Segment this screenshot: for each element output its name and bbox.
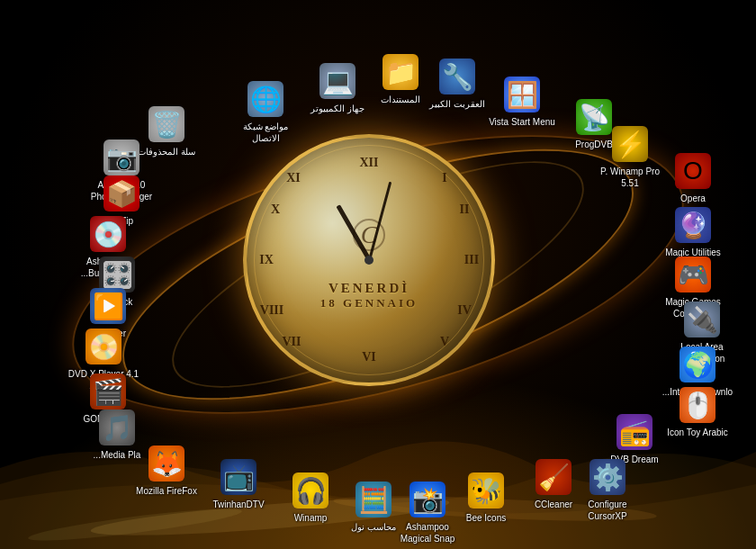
icons-layer: 🗑️سلة المحذوفات📷ACDSee 10 Photo Manager📦…	[0, 0, 756, 549]
desktop-icon-icontoy[interactable]: 🖱️Icon Toy Arabic	[662, 387, 734, 438]
icon-label-documents: المستندات	[381, 94, 420, 105]
icon-label-firefox: Mozilla FireFox	[136, 485, 197, 497]
icon-img-bsplayer: ▶️	[90, 288, 126, 324]
icon-img-computer: 💻	[320, 63, 356, 99]
icon-label-vista: Vista Start Menu	[489, 116, 555, 128]
icon-img-icontoy: 🖱️	[680, 387, 716, 423]
icon-img-ccleaner: 🧹	[536, 459, 572, 495]
icon-img-localnet: 🔌	[684, 302, 720, 338]
icon-label-winamp2: P. Winamp Pro 5.51	[594, 166, 666, 189]
desktop-icon-computer[interactable]: 💻جهاز الكمبيوتر	[302, 63, 374, 114]
desktop-icon-network[interactable]: 🌐مواضع شبكة الاتصال	[230, 81, 302, 144]
icon-img-acdsee: 📷	[104, 140, 140, 176]
icon-img-media: 🎵	[99, 410, 135, 446]
icon-img-configure: ⚙️	[590, 459, 626, 495]
icon-img-firefox: 🦊	[148, 446, 184, 482]
icon-img-bigfix: 🔧	[439, 58, 475, 94]
icon-label-opera: Opera	[680, 193, 706, 204]
icon-label-bigfix: العقربت الكبير	[429, 98, 485, 110]
icon-img-network: 🌐	[248, 81, 284, 117]
desktop-icon-bee[interactable]: 🐝Bee Icons	[450, 472, 522, 524]
icon-img-mohaseb: 🧮	[356, 482, 392, 518]
icon-img-internet: 🌍	[680, 346, 716, 382]
icon-label-mohaseb: محاسب نول	[351, 521, 396, 533]
icon-img-winamp2: ⚡	[612, 126, 648, 162]
desktop-icon-vista[interactable]: 🪟Vista Start Menu	[486, 76, 558, 128]
icon-img-gom: 🎬	[90, 374, 126, 410]
icon-img-avrack: 🎛️	[99, 256, 135, 292]
icon-img-ashsnap: 📸	[410, 482, 446, 518]
icon-img-documents: 📁	[382, 54, 418, 90]
desktop-icon-configure[interactable]: ⚙️Configure CursorXP	[572, 459, 644, 522]
icon-img-winamp: 🎧	[292, 472, 328, 508]
desktop-icon-twinhan[interactable]: 📺TwinhanDTV	[202, 459, 274, 510]
icon-label-ccleaner: CCleaner	[535, 499, 572, 510]
desktop-icon-firefox[interactable]: 🦊Mozilla FireFox	[130, 446, 202, 497]
desktop-icon-bigfix[interactable]: 🔧العقربت الكبير	[421, 58, 493, 110]
icon-img-twinhan: 📺	[220, 459, 256, 495]
desktop-icon-winamp2[interactable]: ⚡P. Winamp Pro 5.51	[594, 126, 666, 189]
icon-img-trash: 🗑️	[148, 106, 184, 142]
icon-img-magicutil: 🔮	[675, 207, 711, 243]
icon-label-bee: Bee Icons	[466, 512, 506, 524]
icon-label-icontoy: Icon Toy Arabic	[667, 427, 728, 438]
icon-img-opera: O	[675, 153, 711, 189]
icon-label-computer: جهاز الكمبيوتر	[310, 103, 364, 114]
icon-img-alzip: 📦	[104, 176, 140, 212]
desktop-icon-dvbdream[interactable]: 📻DVB Dream	[598, 414, 670, 465]
icon-img-dvdx: 📀	[86, 328, 122, 364]
icon-label-network: مواضع شبكة الاتصال	[230, 121, 302, 144]
desktop-icon-winamp[interactable]: 🎧Winamp	[274, 472, 346, 524]
icon-label-configure: Configure CursorXP	[572, 499, 644, 522]
icon-img-vista: 🪟	[504, 76, 540, 112]
desktop-icon-opera[interactable]: OOpera	[657, 153, 729, 204]
icon-label-twinhan: TwinhanDTV	[212, 499, 264, 510]
icon-label-ashsnap: Ashampoo Magical Snap	[392, 521, 464, 544]
icon-label-winamp: Winamp	[294, 512, 328, 524]
icon-img-ashampoo: 💿	[90, 216, 126, 252]
icon-img-bee: 🐝	[468, 472, 504, 508]
icon-img-magicgames: 🎮	[675, 256, 711, 292]
icon-img-dvbdream: 📻	[616, 414, 652, 450]
